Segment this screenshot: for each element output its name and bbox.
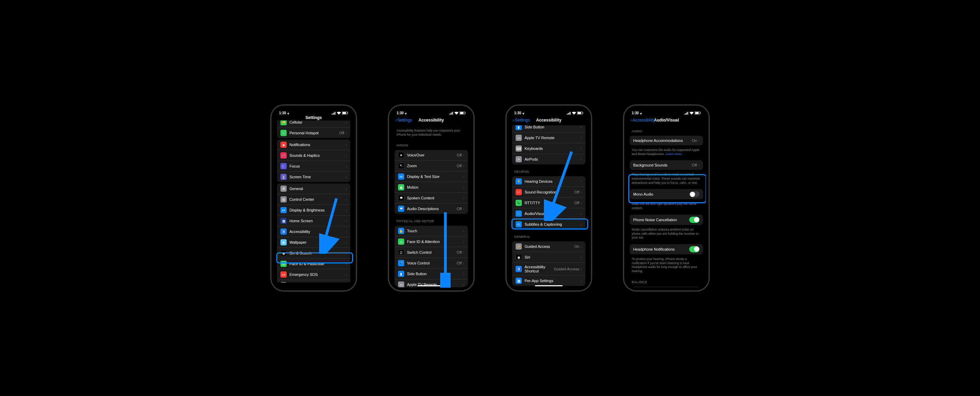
row-label: Sounds & Haptics: [290, 153, 345, 158]
row-label: General: [290, 187, 345, 191]
settings-row[interactable]: ◉Siri & Search›: [277, 248, 350, 259]
settings-row[interactable]: ☺Face ID & Passcode›: [277, 259, 350, 269]
home-indicator[interactable]: [417, 285, 445, 286]
settings-row[interactable]: ▦Home Screen›: [277, 216, 350, 227]
page-title: Settings: [274, 115, 353, 120]
settings-row[interactable]: ♿AccessibilityShortcutGuided Access›: [512, 263, 585, 276]
chevron-right-icon: ›: [345, 153, 347, 158]
home-icon: ▦: [280, 218, 287, 224]
section-header: GENERAL: [509, 231, 588, 240]
settings-row[interactable]: 🔍ZoomOff›: [395, 161, 468, 171]
row-label: Accessibility: [290, 230, 345, 234]
toggle[interactable]: [689, 191, 700, 197]
phone-audio-visual: 1:30 ‹Accessibility Audio/Visual AUDIOHe…: [623, 105, 710, 291]
screentime-icon: ⏳: [280, 174, 287, 180]
home-indicator[interactable]: [535, 285, 563, 286]
row-value: Off: [574, 190, 579, 194]
cellular-icon: 📶: [280, 120, 287, 125]
nav-bar: Settings: [274, 116, 353, 120]
chevron-right-icon: ›: [463, 207, 465, 211]
switch-icon: ⌼: [398, 249, 404, 255]
settings-row[interactable]: AADisplay & Text Size›: [395, 171, 468, 182]
settings-group: ■Notifications›🔊Sounds & Haptics›☾Focus›…: [277, 139, 350, 182]
general-icon: ⚙: [280, 185, 287, 192]
section-footer: Make the left and right speakers play th…: [627, 201, 706, 213]
svg-rect-1: [343, 112, 346, 114]
faceid-icon: ☺: [280, 261, 287, 267]
settings-row[interactable]: ✱Exposure Notifications›: [277, 280, 350, 283]
settings-row[interactable]: 🎤Voice ControlOff›: [395, 258, 468, 268]
time: 1:30: [514, 111, 521, 115]
settings-row[interactable]: ▮Side Button›: [512, 125, 585, 133]
back-button[interactable]: ‹Accessibility: [630, 118, 655, 123]
settings-row[interactable]: ◉Siri›: [512, 252, 585, 263]
guided-icon: 🔒: [515, 243, 522, 249]
settings-row[interactable]: 💬Audio DescriptionsOff›: [395, 204, 468, 214]
row-label: Side Button: [525, 125, 581, 129]
settings-row[interactable]: ▮Side Button›: [395, 268, 468, 279]
settings-row[interactable]: Mono Audio: [630, 189, 703, 200]
toggle[interactable]: [689, 246, 700, 252]
settings-row[interactable]: Phone Noise Cancellation: [630, 215, 703, 225]
settings-row[interactable]: ⌨Keyboards›: [512, 143, 585, 154]
row-label: Shortcut: [525, 269, 554, 273]
settings-row[interactable]: ⌼Switch ControlOff›: [395, 247, 468, 258]
airpods-icon: ᨀ: [515, 156, 522, 162]
settings-row[interactable]: 🔊Sounds & Haptics›: [277, 150, 350, 161]
appletv-icon: ▭: [398, 281, 404, 287]
settings-group: ✋Touch›☺Face ID & Attention›⌼Switch Cont…: [395, 226, 468, 287]
settings-row[interactable]: Headphone AccommodationsOn›: [630, 136, 703, 145]
learn-more-link[interactable]: Learn more…: [666, 152, 685, 156]
settings-row[interactable]: ▦Per-App Settings›: [512, 276, 585, 286]
chevron-right-icon: ›: [581, 157, 582, 161]
settings-row[interactable]: ◉Motion›: [395, 182, 468, 193]
chevron-right-icon: ›: [581, 125, 582, 129]
settings-row[interactable]: 🔗Personal HotspotOff›: [277, 128, 350, 138]
settings-row[interactable]: 〰Sound RecognitionOff›: [512, 187, 585, 198]
settings-row[interactable]: 📞RTT/TTYOff›: [512, 198, 585, 208]
back-label: Settings: [515, 118, 530, 123]
chevron-right-icon: ›: [581, 279, 582, 283]
settings-row[interactable]: ⊞Control Center›: [277, 194, 350, 205]
settings-row[interactable]: 📶Cellular›: [277, 120, 350, 128]
settings-row[interactable]: 🗣VoiceOverOff›: [395, 150, 468, 161]
settings-row[interactable]: ⏳Screen Time›: [277, 172, 350, 182]
back-button[interactable]: ‹Settings: [513, 118, 530, 123]
settings-row[interactable]: 🔊Audio/Visual›: [512, 208, 585, 219]
settings-row[interactable]: sosEmergency SOS›: [277, 269, 350, 280]
settings-row[interactable]: ❀Wallpaper›: [277, 237, 350, 248]
row-label: Subtitles & Captioning: [525, 222, 581, 227]
svg-rect-2: [348, 112, 348, 113]
toggle[interactable]: [689, 217, 700, 223]
settings-row[interactable]: ☺Face ID & Attention›: [395, 236, 468, 247]
settings-row[interactable]: Background SoundsOff›: [630, 160, 703, 170]
settings-row[interactable]: ■Notifications›: [277, 139, 350, 150]
settings-row[interactable]: CCSubtitles & Captioning›: [512, 219, 585, 230]
chevron-right-icon: ›: [698, 163, 700, 167]
chevron-right-icon: ›: [581, 190, 582, 194]
row-label: Audio Descriptions: [407, 207, 457, 211]
settings-row[interactable]: ✋Touch›: [395, 226, 468, 236]
section-header: PHYSICAL AND MOTOR: [392, 215, 471, 224]
chevron-right-icon: ›: [463, 283, 465, 287]
row-label: Phone Noise Cancellation: [633, 218, 689, 222]
settings-row[interactable]: 💬Spoken Content›: [395, 193, 468, 204]
settings-row[interactable]: AADisplay & Brightness›: [277, 205, 350, 216]
location-icon: [287, 111, 290, 115]
settings-row[interactable]: Headphone Notifications: [630, 244, 703, 254]
row-label: Guided Access: [525, 244, 574, 249]
settings-row[interactable]: 👂Hearing Devices›: [512, 176, 585, 187]
zoom-icon: 🔍: [398, 163, 404, 169]
settings-row[interactable]: ᨀAirPods›: [512, 154, 585, 164]
settings-row[interactable]: ♿Accessibility›: [277, 227, 350, 237]
settings-group: Headphone AccommodationsOn›: [630, 136, 703, 145]
back-button[interactable]: ‹Settings: [395, 118, 412, 123]
balance-slider[interactable]: LR: [630, 287, 703, 287]
settings-row[interactable]: 🔒Guided AccessOn›: [512, 241, 585, 252]
settings-row[interactable]: ⚙General›: [277, 184, 350, 194]
row-value: Guided Access: [554, 267, 579, 271]
time: 1:30: [397, 111, 404, 115]
settings-group: Mono Audio: [630, 189, 703, 200]
settings-row[interactable]: ▭Apple TV Remote›: [512, 133, 585, 143]
settings-row[interactable]: ☾Focus›: [277, 161, 350, 172]
